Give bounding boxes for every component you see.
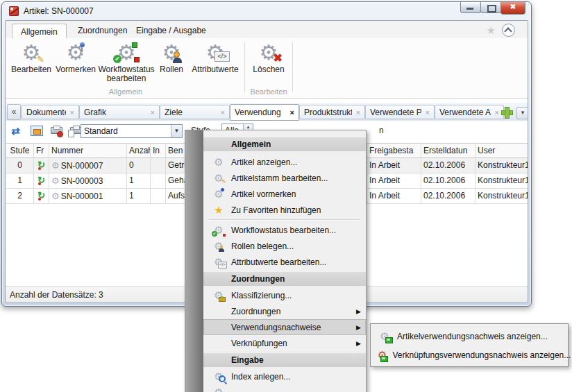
menu-separator — [203, 218, 366, 222]
menu-item-rollen-belegen[interactable]: ⚙ Rollen belegen... — [203, 238, 366, 254]
tab-produktstruktur[interactable]: Produktstruktu× — [299, 105, 365, 119]
context-menu: Allgemein ⚙ Artikel anzeigen... ⚙✎ Artik… — [185, 130, 367, 392]
menu-item-verwendungsnachweise[interactable]: Verwendungsnachweise ▶ — [203, 319, 366, 335]
close-tab-icon[interactable]: × — [421, 108, 430, 117]
vormerken-button[interactable]: ⚙ Vormerken — [54, 40, 97, 74]
close-button[interactable]: ✖ — [500, 2, 525, 15]
close-icon: ✖ — [501, 3, 525, 10]
rollen-button[interactable]: ⚙ Rollen — [155, 40, 187, 74]
menu-item-index-anlegen[interactable]: ⚙ Index anlegen... — [203, 368, 366, 384]
close-tab-icon[interactable]: × — [217, 108, 225, 117]
ribbon-panel: ⚙✎ Bearbeiten ⚙ Vormerken ⚙✔ Workflowsta… — [6, 38, 528, 99]
gear-pin-icon: ⚙ — [212, 188, 226, 201]
ribbon-tab-row: Allgemein Zuordnungen Eingabe / Ausgabe … — [6, 21, 528, 38]
close-tab-icon[interactable]: × — [491, 108, 499, 117]
menu-item-klassifizierung[interactable]: ⚙ Klassifizierung... — [203, 287, 366, 303]
gear-link-monitor-icon: ⚙ — [378, 349, 387, 361]
gear-delete-icon: ⚙✖ — [257, 41, 280, 65]
submenu-item-artikelverwendungsnachweis[interactable]: ⚙ Artikelverwendungsnachweis anzeigen... — [371, 327, 568, 346]
add-tab-button[interactable] — [500, 105, 513, 119]
ribbon-tab-zuordnungen[interactable]: Zuordnungen — [69, 23, 135, 38]
group-label-bearbeiten: Bearbeiten — [246, 87, 291, 96]
gear-classify-icon: ⚙ — [212, 289, 226, 302]
close-tab-icon[interactable]: × — [286, 108, 294, 117]
gear-code-icon: ⚙</> — [212, 256, 226, 269]
gear-icon: ⚙ — [212, 386, 226, 392]
send-window-icon[interactable] — [31, 125, 43, 137]
menu-item-artikel-anzeigen[interactable]: ⚙ Artikel anzeigen... — [203, 154, 366, 170]
app-icon — [9, 6, 19, 16]
loeschen-button[interactable]: ⚙✖ Löschen — [246, 40, 291, 74]
ribbon-tab-eingabe-ausgabe[interactable]: Eingabe / Ausgabe — [128, 23, 214, 38]
collapse-tabs-button[interactable]: « — [7, 104, 21, 120]
window-title: Artikel: SN-000007 — [24, 6, 94, 16]
verwendungsnachweise-submenu: ⚙ Artikelverwendungsnachweis anzeigen...… — [370, 323, 569, 367]
menu-item-verknuepfungen[interactable]: Verknüpfungen ▶ — [203, 335, 366, 351]
submenu-arrow-icon: ▶ — [356, 324, 361, 331]
menu-item-workflowstatus[interactable]: ⚙✔ Workflowstatus bearbeiten... — [203, 222, 366, 238]
record-count: Anzahl der Datensätze: 3 — [10, 290, 103, 300]
tab-verwendete-po[interactable]: Verwendete Po× — [365, 105, 435, 119]
menu-item-artikelstamm-bearbeiten[interactable]: ⚙✎ Artikelstamm bearbeiten... — [203, 170, 366, 186]
menu-section-header: Eingabe — [203, 353, 366, 367]
gear-pencil-icon: ⚙✎ — [212, 172, 226, 185]
gear-status-icon: ⚙✔ — [212, 224, 226, 237]
gear-icon: ⚙ — [51, 176, 60, 186]
ribbon-group-bearbeiten: ⚙✖ Löschen Bearbeiten — [246, 40, 291, 96]
menu-item-zuordnungen[interactable]: Zuordnungen ▶ — [203, 303, 366, 319]
refresh-status-icon: ↻ — [37, 160, 45, 170]
refresh-status-icon: ↻ — [37, 190, 45, 201]
gear-pencil-icon: ⚙✎ — [19, 41, 43, 65]
gear-code-icon: ⚙</> — [203, 41, 227, 65]
tab-overflow-button[interactable]: ▾ — [516, 107, 528, 119]
group-label-allgemein: Allgemein — [8, 87, 243, 96]
gear-monitor-icon: ⚙ — [378, 330, 392, 343]
refresh-status-icon: ↻ — [37, 175, 45, 185]
close-tab-icon[interactable]: × — [352, 108, 360, 117]
view-select[interactable]: Standard ▼ — [81, 124, 183, 138]
submenu-arrow-icon: ▶ — [356, 308, 361, 315]
minimize-button[interactable] — [460, 2, 481, 13]
group-separator — [292, 42, 293, 92]
favorite-star-icon: ★ — [212, 205, 226, 216]
close-tab-icon[interactable]: × — [66, 108, 74, 117]
gear-status-icon: ⚙✔ — [115, 41, 138, 65]
titlebar[interactable]: Artikel: SN-000007 ✖ — [2, 2, 531, 20]
gear-person-icon: ⚙ — [212, 240, 226, 253]
gear-icon: ⚙ — [212, 156, 226, 169]
ribbon-tab-allgemein[interactable]: Allgemein — [12, 24, 67, 40]
tab-dokumente[interactable]: Dokumente× — [22, 105, 79, 119]
gear-magnify-icon: ⚙ — [212, 370, 226, 383]
menu-item-attributwerte[interactable]: ⚙</> Attributwerte bearbeiten... — [203, 254, 366, 270]
chevron-down-icon[interactable]: ▼ — [171, 125, 182, 137]
menu-item-artikel-vormerken[interactable]: ⚙ Artikel vormerken — [203, 186, 366, 202]
close-tab-icon[interactable]: × — [146, 108, 155, 117]
tab-verwendete-ar[interactable]: Verwendete Ar× — [435, 105, 504, 119]
maximize-button[interactable] — [480, 2, 501, 13]
tab-verwendung[interactable]: Verwendung× — [230, 104, 299, 121]
collapse-ribbon-button[interactable] — [502, 24, 515, 37]
menu-item-zu-favoriten[interactable]: ★ Zu Favoriten hinzufügen — [203, 202, 366, 218]
menu-section-header: Allgemein — [203, 137, 366, 151]
submenu-arrow-icon: ▶ — [356, 340, 361, 347]
gear-pin-icon: ⚙ — [64, 41, 87, 65]
workflowstatus-bearbeiten-button[interactable]: ⚙✔ Workflowstatus bearbeiten — [97, 40, 155, 83]
occluded-label-fragment: n — [379, 126, 384, 135]
menu-item-partial[interactable]: ⚙ — [203, 384, 366, 392]
bearbeiten-button[interactable]: ⚙✎ Bearbeiten — [8, 40, 54, 74]
gear-icon: ⚙ — [51, 160, 60, 171]
document-tab-strip: « Dokumente× Grafik× Ziele× Verwendung× … — [6, 103, 528, 121]
print-pdf-icon[interactable] — [50, 125, 62, 137]
ribbon-group-allgemein: ⚙✎ Bearbeiten ⚙ Vormerken ⚙✔ Workflowsta… — [8, 40, 243, 96]
submenu-item-verknuepfungsverwendungsnachweis[interactable]: ⚙ Verknüpfungsverwendungsnachweis anzeig… — [371, 346, 568, 364]
refresh-icon[interactable]: ⇄ — [11, 125, 24, 137]
attributwerte-button[interactable]: ⚙</> Attributwerte — [187, 40, 243, 74]
chevron-up-icon — [504, 27, 512, 35]
menu-side-strip — [185, 130, 203, 392]
gear-person-icon: ⚙ — [160, 41, 183, 65]
tab-grafik[interactable]: Grafik× — [79, 105, 160, 119]
gear-icon: ⚙ — [51, 191, 60, 201]
favorite-star-icon[interactable]: ★ — [487, 24, 496, 37]
tab-ziele[interactable]: Ziele× — [160, 105, 230, 119]
menu-section-header: Zuordnungen — [203, 272, 366, 286]
